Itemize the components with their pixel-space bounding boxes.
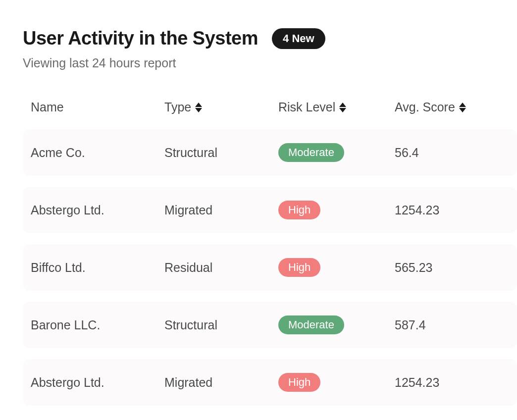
column-label: Name [31, 100, 64, 114]
cell-type: Structural [164, 146, 278, 160]
header-row: User Activity in the System 4 New [23, 28, 517, 49]
cell-type: Structural [164, 318, 278, 332]
cell-score: 56.4 [395, 146, 509, 160]
cell-name: Acme Co. [31, 146, 164, 160]
table-row[interactable]: Biffco Ltd.ResidualHigh565.23 [23, 244, 517, 291]
cell-score: 1254.23 [395, 203, 509, 217]
cell-name: Abstergo Ltd. [31, 375, 164, 390]
sort-icon[interactable] [195, 103, 202, 112]
cell-type: Residual [164, 261, 278, 275]
cell-name: Biffco Ltd. [31, 261, 164, 275]
page-title: User Activity in the System [23, 28, 258, 49]
risk-pill: Moderate [278, 143, 344, 162]
cell-score: 565.23 [395, 261, 509, 275]
column-header-name[interactable]: Name [31, 100, 164, 114]
cell-name: Abstergo Ltd. [31, 203, 164, 217]
cell-score: 587.4 [395, 318, 509, 332]
table-body: Acme Co.StructuralModerate56.4Abstergo L… [23, 129, 517, 406]
sort-icon[interactable] [339, 103, 346, 112]
column-label: Risk Level [278, 100, 335, 114]
activity-table: Name Type Risk Level Avg. Score [23, 100, 517, 406]
cell-risk: Moderate [278, 143, 395, 162]
risk-pill: High [278, 258, 320, 277]
new-count-badge: 4 New [272, 28, 325, 49]
table-row[interactable]: Abstergo Ltd.MigratedHigh1254.23 [23, 187, 517, 233]
cell-score: 1254.23 [395, 375, 509, 390]
column-label: Type [164, 100, 191, 114]
column-label: Avg. Score [395, 100, 455, 114]
column-header-risk[interactable]: Risk Level [278, 100, 395, 114]
table-header: Name Type Risk Level Avg. Score [23, 100, 517, 129]
cell-risk: High [278, 201, 395, 219]
column-header-type[interactable]: Type [164, 100, 278, 114]
cell-type: Migrated [164, 203, 278, 217]
column-header-score[interactable]: Avg. Score [395, 100, 509, 114]
table-row[interactable]: Acme Co.StructuralModerate56.4 [23, 129, 517, 176]
cell-type: Migrated [164, 375, 278, 390]
risk-pill: High [278, 373, 320, 392]
risk-pill: Moderate [278, 315, 344, 334]
cell-risk: High [278, 373, 395, 392]
activity-panel: User Activity in the System 4 New Viewin… [0, 0, 517, 406]
table-row[interactable]: Barone LLC.StructuralModerate587.4 [23, 302, 517, 348]
risk-pill: High [278, 201, 320, 219]
cell-risk: Moderate [278, 315, 395, 334]
page-subtitle: Viewing last 24 hours report [23, 56, 517, 70]
cell-name: Barone LLC. [31, 318, 164, 332]
sort-icon[interactable] [459, 103, 466, 112]
cell-risk: High [278, 258, 395, 277]
table-row[interactable]: Abstergo Ltd.MigratedHigh1254.23 [23, 359, 517, 406]
